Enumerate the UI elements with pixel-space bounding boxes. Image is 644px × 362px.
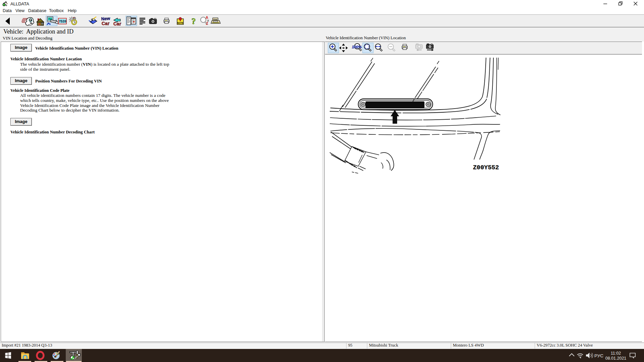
svg-text:11:02: 11:02 [611, 351, 621, 356]
svg-text:FAX: FAX [213, 18, 217, 20]
svg-text:100%: 100% [352, 45, 362, 49]
svg-text:Car: Car [102, 21, 110, 26]
svg-text:08.01.2021: 08.01.2021 [605, 356, 627, 361]
svg-text:Z: Z [206, 21, 208, 25]
svg-text:Car: Car [113, 21, 121, 26]
svg-text:?: ? [192, 17, 196, 26]
svg-text:7520: 7520 [58, 19, 66, 23]
svg-text:NOTE: NOTE [177, 22, 183, 24]
svg-text:Z00Y552: Z00Y552 [473, 164, 499, 171]
svg-text:РУС: РУС [594, 353, 603, 358]
